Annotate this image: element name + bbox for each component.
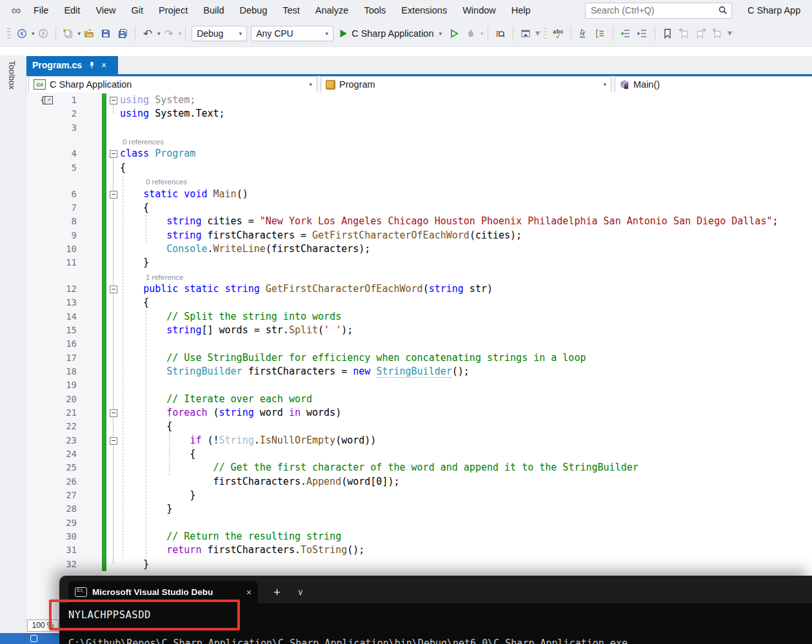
new-project-button[interactable] xyxy=(60,25,77,42)
code-line[interactable]: 16 xyxy=(26,337,812,351)
open-file-button[interactable] xyxy=(81,25,97,42)
start-debugging-button[interactable]: C Sharp Application ▾ xyxy=(335,28,446,39)
code-line[interactable]: 17 // Use StringBuilder for efficiency w… xyxy=(26,351,812,365)
tab-dropdown-button[interactable]: ∨ xyxy=(297,587,304,597)
code-line[interactable]: 30 // Return the resulting string xyxy=(26,530,812,543)
platform-combo[interactable]: Any CPU ▾ xyxy=(251,26,333,41)
menu-item-project[interactable]: Project xyxy=(151,5,195,15)
outline-collapse-box[interactable] xyxy=(110,286,117,293)
code-line[interactable]: 14 // Split the string into words xyxy=(26,310,812,324)
outline-collapse-box[interactable] xyxy=(110,97,117,104)
code-line[interactable]: 18 StringBuilder firstCharacters = new S… xyxy=(26,365,812,378)
codelens-row[interactable]: 0 references xyxy=(26,175,812,188)
code-line[interactable]: 1using System; xyxy=(26,93,812,107)
document-outline-icon[interactable]: {↗ xyxy=(40,95,53,105)
search-box[interactable] xyxy=(585,3,732,19)
code-line[interactable]: 28 } xyxy=(26,502,812,516)
menu-item-window[interactable]: Window xyxy=(455,5,504,15)
next-bookmark-button[interactable] xyxy=(693,25,709,42)
outline-collapse-box[interactable] xyxy=(110,409,117,417)
configuration-combo[interactable]: Debug ▾ xyxy=(192,26,247,41)
previous-bookmark-button[interactable] xyxy=(676,25,693,42)
code-line[interactable]: 2using System.Text; xyxy=(26,107,812,121)
navigate-backward-button[interactable] xyxy=(14,25,30,42)
code-line[interactable]: 20 // Iterate over each word xyxy=(26,393,812,406)
code-line[interactable]: 26 firstCharacters.Append(word[0]); xyxy=(26,475,812,489)
codelens-references[interactable]: 0 references xyxy=(146,178,187,186)
redo-button[interactable]: ↷ xyxy=(161,25,177,42)
code-line[interactable]: 27 } xyxy=(26,489,812,502)
toolbar-grip[interactable] xyxy=(544,28,547,39)
menu-item-build[interactable]: Build xyxy=(195,5,232,15)
code-line[interactable]: 21 foreach (string word in words) xyxy=(26,406,812,420)
code-editor[interactable]: {↗ 1using System;2using System.Text;30 r… xyxy=(26,92,812,644)
start-without-debugging-button[interactable] xyxy=(446,25,462,42)
solution-explorer-home-button[interactable] xyxy=(517,25,534,42)
code-line[interactable]: 9 string firstCharacters = GetFirstChara… xyxy=(26,229,812,242)
redo-dropdown[interactable]: ▾ xyxy=(179,30,182,37)
save-button[interactable] xyxy=(97,25,114,42)
menu-item-tools[interactable]: Tools xyxy=(356,5,393,15)
hot-reload-dropdown[interactable]: ▾ xyxy=(480,30,484,37)
code-line[interactable]: 4class Program xyxy=(26,147,812,161)
type-dropdown[interactable]: Program ▾ xyxy=(321,76,611,93)
menu-item-edit[interactable]: Edit xyxy=(56,5,88,15)
code-line[interactable]: 25 // Get the first character of the wor… xyxy=(26,461,812,474)
code-line[interactable]: 3 xyxy=(26,121,812,135)
menu-item-test[interactable]: Test xyxy=(275,5,308,15)
spell-check-button[interactable]: abc✓ xyxy=(550,25,567,42)
code-line[interactable]: 6 static void Main() xyxy=(26,188,812,201)
codelens-references[interactable]: 1 reference xyxy=(146,273,183,281)
codelens-references[interactable]: 0 references xyxy=(123,138,164,146)
codelens-row[interactable]: 1 reference xyxy=(26,270,812,283)
outline-collapse-box[interactable] xyxy=(110,191,117,199)
code-line[interactable]: 15 string[] words = str.Split(' '); xyxy=(26,324,812,337)
code-line[interactable]: 22 { xyxy=(26,420,812,433)
code-line[interactable]: 10 Console.WriteLine(firstCharacters); xyxy=(26,242,812,256)
toolbox-panel-tab[interactable]: Toolbox xyxy=(0,55,26,644)
indent-decrease-button[interactable] xyxy=(617,25,634,42)
code-line[interactable]: 24 { xyxy=(26,447,812,461)
toolbar-overflow-button[interactable]: ▾ xyxy=(728,32,733,35)
project-dropdown[interactable]: C# C Sharp Application ▾ xyxy=(28,76,317,93)
toolbar-grip[interactable] xyxy=(7,28,10,39)
code-line[interactable]: 11 } xyxy=(26,256,812,269)
clear-bookmarks-button[interactable] xyxy=(709,25,726,42)
code-structure-button[interactable] xyxy=(592,25,609,42)
code-line[interactable]: 23 if (!String.IsNullOrEmpty(word)) xyxy=(26,434,812,447)
menu-item-view[interactable]: View xyxy=(88,5,123,15)
menu-item-extensions[interactable]: Extensions xyxy=(393,5,455,15)
caret-position-button[interactable] xyxy=(575,25,592,42)
code-line[interactable]: 7 { xyxy=(26,201,812,215)
menu-item-git[interactable]: Git xyxy=(124,5,152,15)
indent-increase-button[interactable] xyxy=(634,25,651,42)
close-icon[interactable]: × xyxy=(101,60,106,70)
search-input[interactable] xyxy=(589,5,718,16)
code-line[interactable]: 5{ xyxy=(26,161,812,175)
code-line[interactable]: 8 string cities = "New York Los Angeles … xyxy=(26,215,812,228)
menu-item-debug[interactable]: Debug xyxy=(232,5,275,15)
code-line[interactable]: 31 return firstCharacters.ToString(); xyxy=(26,543,812,557)
pin-icon[interactable] xyxy=(88,61,95,69)
find-in-files-button[interactable] xyxy=(492,25,509,42)
hot-reload-button[interactable] xyxy=(462,25,479,42)
outline-collapse-box[interactable] xyxy=(110,437,117,445)
tab-program-cs[interactable]: Program.cs × xyxy=(26,56,118,74)
new-tab-button[interactable]: + xyxy=(273,585,281,600)
codelens-row[interactable]: 0 references xyxy=(26,135,812,148)
navigate-forward-button[interactable] xyxy=(35,25,52,42)
member-dropdown[interactable]: Main() xyxy=(615,76,812,93)
menu-item-analyze[interactable]: Analyze xyxy=(308,5,357,15)
menu-item-help[interactable]: Help xyxy=(504,5,539,15)
outline-collapse-box[interactable] xyxy=(110,150,117,158)
code-line[interactable]: 29 xyxy=(26,516,812,530)
toggle-bookmark-button[interactable] xyxy=(659,25,676,42)
code-line[interactable]: 32 } xyxy=(26,558,812,571)
code-line[interactable]: 13 { xyxy=(26,296,812,309)
code-line[interactable]: 19 xyxy=(26,378,812,392)
menu-item-file[interactable]: File xyxy=(26,5,56,15)
undo-button[interactable]: ↶ xyxy=(139,25,156,42)
close-icon[interactable]: × xyxy=(246,587,252,598)
code-line[interactable]: 12 public static string GetFirstCharacte… xyxy=(26,282,812,296)
save-all-button[interactable] xyxy=(114,25,131,42)
